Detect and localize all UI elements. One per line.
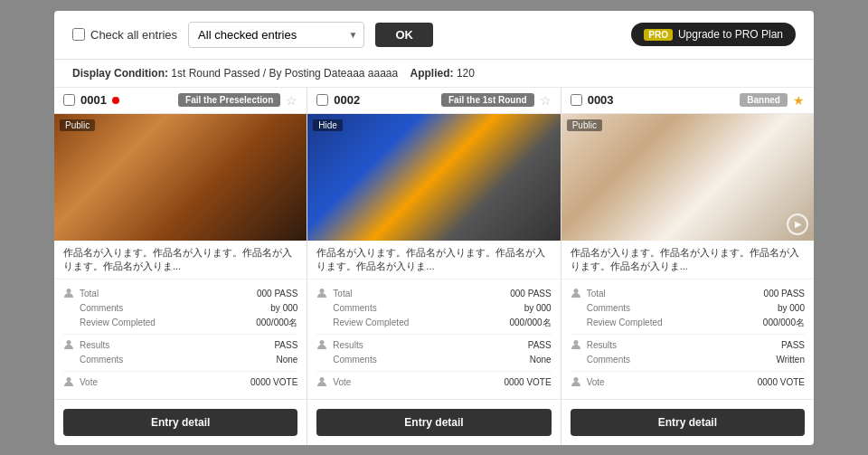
entry-2-num: 0002 — [334, 93, 360, 107]
entry-3-stat-body-1: Total000 PASS Commentsby 000 Review Comp… — [587, 287, 805, 330]
svg-point-5 — [320, 377, 325, 382]
entry-2-stat-group-2: ResultsPASS CommentsNone — [316, 335, 551, 372]
entries-dropdown[interactable]: All checked entries Passed entries Faile… — [188, 22, 364, 48]
entry-3-header: 0003 Banned ★ — [561, 88, 814, 114]
dropdown-wrap: All checked entries Passed entries Faile… — [188, 22, 364, 48]
entry-1-footer: Entry detail — [54, 399, 307, 445]
entry-2-person-icon — [316, 288, 327, 299]
applied-label: Applied: — [410, 67, 454, 80]
entry-1-star-icon[interactable]: ☆ — [286, 93, 297, 108]
entries-grid: 0001 Fail the Preselection ☆ Public 作品名が… — [54, 88, 814, 445]
entry-2-person3-icon — [316, 376, 327, 387]
entry-1-stat-body-2: Results PASS Comments None — [80, 338, 297, 367]
svg-point-1 — [67, 340, 71, 345]
entry-1-detail-button[interactable]: Entry detail — [63, 409, 297, 436]
entry-2-stat-body-2: ResultsPASS CommentsNone — [333, 338, 551, 367]
entry-1-action-button[interactable]: Fail the Preselection — [178, 93, 280, 107]
entry-2-detail-button[interactable]: Entry detail — [316, 409, 551, 436]
entry-1-results-row: Results PASS — [80, 338, 297, 353]
entry-2-stat-group-1: Total000 PASS Commentsby 000 Review Comp… — [316, 283, 551, 335]
entry-2-footer: Entry detail — [307, 399, 560, 445]
svg-point-4 — [320, 340, 325, 345]
entry-3-stat-group-2: ResultsPASS CommentsWritten — [571, 335, 805, 372]
main-modal: Check all entries All checked entries Pa… — [54, 11, 814, 445]
svg-point-0 — [67, 289, 71, 293]
display-condition-bar: Display Condition: 1st Round Passed / By… — [54, 60, 814, 88]
entry-1-review-row: Review Completed 000/000名 — [80, 316, 297, 330]
entry-2-stat-body-3: Vote0000 VOTE — [333, 375, 551, 390]
entry-3-num: 0003 — [588, 93, 614, 107]
entry-1-person2-icon — [63, 339, 74, 350]
entry-1-stat-body-3: Vote 0000 VOTE — [80, 375, 297, 390]
entry-3-play-button[interactable] — [787, 213, 808, 235]
entry-3-checkbox[interactable] — [571, 94, 582, 106]
entry-1-thumbnail: Public — [54, 114, 307, 241]
entry-3-artwork-title: 作品名が入ります。作品名が入ります。作品名が入ります。作品名が入りま... — [561, 241, 814, 280]
entry-2-header: 0002 Fail the 1st Round ☆ — [307, 88, 560, 114]
entry-3-stat-group-3: Vote0000 VOTE — [571, 372, 805, 393]
entry-1-total-row: Total 000 PASS — [80, 287, 297, 301]
entry-3-stat-group-1: Total000 PASS Commentsby 000 Review Comp… — [571, 283, 805, 335]
entry-1-stat-group-1: Total 000 PASS Comments by 000 Review Co… — [63, 283, 297, 335]
entry-1-stats: Total 000 PASS Comments by 000 Review Co… — [54, 280, 307, 398]
svg-point-8 — [573, 377, 578, 382]
entry-1-stat-group-2: Results PASS Comments None — [63, 335, 297, 372]
svg-point-6 — [573, 289, 578, 293]
upgrade-pro-button[interactable]: PRO Upgrade to PRO Plan — [631, 23, 796, 46]
entry-1-person3-icon — [63, 376, 74, 387]
entry-1-header: 0001 Fail the Preselection ☆ — [54, 88, 307, 114]
entry-1-comments-row: Comments by 000 — [80, 301, 297, 316]
applied-count: 120 — [457, 67, 475, 80]
entry-3-stat-body-2: ResultsPASS CommentsWritten — [587, 338, 805, 367]
entry-1-stat-group-3: Vote 0000 VOTE — [63, 372, 297, 393]
entry-1-red-dot — [112, 97, 119, 104]
pro-badge: PRO — [644, 29, 673, 41]
check-all-checkbox[interactable] — [72, 28, 85, 41]
entry-3-stats: Total000 PASS Commentsby 000 Review Comp… — [561, 280, 814, 398]
entry-2-stat-group-3: Vote0000 VOTE — [316, 372, 551, 393]
entry-3-person2-icon — [571, 339, 581, 350]
entry-3-detail-button[interactable]: Entry detail — [571, 409, 805, 436]
svg-point-3 — [320, 289, 325, 293]
entry-1-checkbox[interactable] — [63, 94, 75, 106]
entry-1-thumb-label: Public — [60, 119, 95, 131]
entry-2-thumb-label: Hide — [313, 119, 343, 131]
entry-2-stat-body-1: Total000 PASS Commentsby 000 Review Comp… — [333, 287, 551, 330]
entry-1-stat-body-1: Total 000 PASS Comments by 000 Review Co… — [80, 287, 297, 330]
entry-2-artwork-title: 作品名が入ります。作品名が入ります。作品名が入ります。作品名が入りま... — [307, 241, 560, 280]
entry-3-image — [561, 114, 814, 241]
entry-3-thumbnail: Public — [561, 114, 814, 241]
entry-3-footer: Entry detail — [561, 399, 814, 445]
entry-3-person-icon — [571, 288, 581, 299]
entry-3-person3-icon — [571, 376, 581, 387]
entry-2-image — [307, 114, 560, 241]
entry-3-star-icon[interactable]: ★ — [793, 93, 805, 108]
ok-button[interactable]: OK — [375, 23, 433, 47]
entry-1-image — [54, 114, 307, 241]
check-all-label[interactable]: Check all entries — [72, 28, 177, 42]
entry-col-2: 0002 Fail the 1st Round ☆ Hide 作品名が入ります。… — [307, 88, 561, 445]
entry-3-thumb-label: Public — [567, 119, 602, 131]
entry-2-star-icon[interactable]: ☆ — [540, 93, 552, 108]
svg-point-7 — [573, 340, 578, 345]
entry-col-3: 0003 Banned ★ Public 作品名が入ります。作品名が入ります。作… — [561, 88, 814, 445]
svg-point-2 — [67, 377, 71, 382]
upgrade-label: Upgrade to PRO Plan — [678, 28, 783, 41]
entry-2-thumbnail: Hide — [307, 114, 560, 241]
top-bar: Check all entries All checked entries Pa… — [54, 11, 814, 60]
entry-3-stat-body-3: Vote0000 VOTE — [587, 375, 805, 390]
entry-2-stats: Total000 PASS Commentsby 000 Review Comp… — [307, 280, 560, 398]
condition-label: Display Condition: — [72, 67, 168, 80]
entry-1-vote-row: Vote 0000 VOTE — [80, 375, 297, 390]
entry-3-action-button[interactable]: Banned — [740, 93, 788, 107]
entry-1-person-icon — [63, 288, 74, 299]
entry-1-artwork-title: 作品名が入ります。作品名が入ります。作品名が入ります。作品名が入りま... — [54, 241, 307, 280]
entry-2-person2-icon — [316, 339, 327, 350]
entry-2-checkbox[interactable] — [316, 94, 328, 106]
entry-1-results-comments-row: Comments None — [80, 353, 297, 367]
condition-value: 1st Round Passed / By Posting Dateaaa aa… — [171, 67, 398, 80]
check-all-text: Check all entries — [90, 28, 177, 42]
entry-1-num: 0001 — [80, 93, 107, 107]
entry-col-1: 0001 Fail the Preselection ☆ Public 作品名が… — [54, 88, 307, 445]
entry-2-action-button[interactable]: Fail the 1st Round — [441, 93, 534, 107]
